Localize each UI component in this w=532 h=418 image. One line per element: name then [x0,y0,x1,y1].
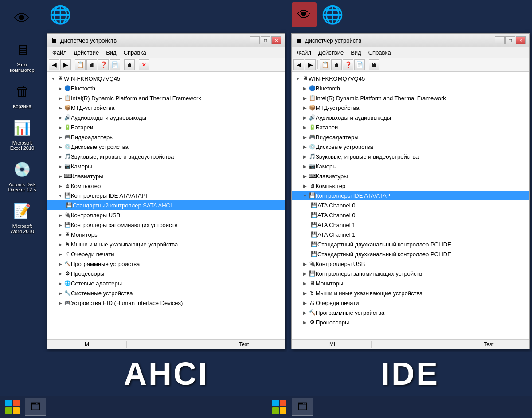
tree-keyboard-left[interactable]: ▶ ⌨ Клавиатуры [47,171,285,181]
tb-remove-left[interactable]: ✕ [139,59,149,70]
expand-computer-node-right[interactable]: ▶ [301,182,309,189]
tree-camera-right[interactable]: ▶ 📷 Камеры [292,161,529,171]
menu-action-left[interactable]: Действие [70,48,102,57]
chrome-icon-right[interactable]: 🌐 [320,2,345,27]
desktop-icon-acronis[interactable]: 💿 Acronis DiskDirector 12.5 [4,157,40,194]
desktop-icon-excel[interactable]: 📊 MicrosoftExcel 2010 [4,115,40,152]
expand-cpu-right[interactable]: ▶ [301,319,309,326]
tree-print-right[interactable]: ▶ 🖨 Очереди печати [292,298,529,308]
close-btn-left[interactable]: ✕ [271,36,281,44]
menu-action-right[interactable]: Действие [315,48,347,57]
tree-battery-left[interactable]: ▶ 🔋 Батареи [47,122,285,132]
tb-prop1-left[interactable]: 📋 [75,59,86,70]
tree-software-left[interactable]: ▶ 🔨 Программные устройства [47,259,285,269]
tree-audio-right[interactable]: ▶ 🔊 Аудиовходы и аудиовыходы [292,113,529,122]
close-btn-right[interactable]: ✕ [516,36,526,44]
tree-cpu-left[interactable]: ▶ ⚙ Процессоры [47,269,285,278]
expand-usb-right[interactable]: ▶ [301,260,309,267]
expand-print-right[interactable]: ▶ [301,299,309,306]
tree-camera-left[interactable]: ▶ 📷 Камеры [47,161,285,171]
tb-back-left[interactable]: ◀ [49,59,59,70]
desktop-icon-word[interactable]: 📝 MicrosoftWord 2010 [4,199,40,236]
tree-root-left[interactable]: ▼ 🖥 WIN-FKROMQ7VQ45 [47,74,285,83]
tree-mouse-left[interactable]: ▶ 🖱 Мыши и иные указывающие устройства [47,239,285,249]
expand-video-right[interactable]: ▶ [301,133,309,141]
tree-monitors-left[interactable]: ▶ 🖥 Мониторы [47,230,285,239]
tree-sound-right[interactable]: ▶ 🎵 Звуковые, игровые и видеоустройства [292,152,529,161]
tree-sound-left[interactable]: ▶ 🎵 Звуковые, игровые и видеоустройства [47,152,285,161]
tb-prop3-right[interactable]: 📄 [354,59,365,70]
expand-root-right[interactable]: ▼ [294,75,301,82]
tree-intel-right[interactable]: ▶ 📋 Intel(R) Dynamic Platform and Therma… [292,93,529,103]
tree-software-right[interactable]: ▶ 🔨 Программные устройства [292,308,529,317]
tree-monitors-right[interactable]: ▶ 🖥 Мониторы [292,278,529,288]
tree-battery-right[interactable]: ▶ 🔋 Батареи [292,122,529,132]
expand-camera-left[interactable]: ▶ [57,163,64,170]
tb-prop1-right[interactable]: 📋 [320,59,330,70]
expand-mtd-left[interactable]: ▶ [57,104,64,111]
expand-mouse-left[interactable]: ▶ [57,241,64,248]
menu-help-right[interactable]: Справка [365,48,395,57]
expand-audio-left[interactable]: ▶ [57,114,64,121]
expand-disk-right[interactable]: ▶ [301,143,309,150]
tree-pci1-right[interactable]: 💾 Стандартный двухканальный контроллер P… [292,239,529,249]
tree-ata0b-right[interactable]: 💾 ATA Channel 0 [292,210,529,220]
expand-software-right[interactable]: ▶ [301,309,309,316]
tree-mtd-left[interactable]: ▶ 📦 МТД-устройства [47,103,285,113]
expand-cpu-left[interactable]: ▶ [57,270,64,277]
expand-audio-right[interactable]: ▶ [301,114,309,121]
expand-monitors-right[interactable]: ▶ [301,280,309,287]
expand-keyboard-left[interactable]: ▶ [57,172,64,180]
tree-bluetooth-left[interactable]: ▶ 🔵 Bluetooth [47,83,285,93]
tree-cpu-right[interactable]: ▶ ⚙ Процессоры [292,317,529,327]
expand-system-left[interactable]: ▶ [57,289,64,297]
expand-usb-left[interactable]: ▶ [57,211,64,219]
tree-mouse-right[interactable]: ▶ 🖱 Мыши и иные указывающие устройства [292,288,529,298]
tree-bluetooth-right[interactable]: ▶ 🔵 Bluetooth [292,83,529,93]
tb-help-left[interactable]: ❓ [98,59,109,70]
start-button-right[interactable] [270,398,288,416]
tree-storage-right[interactable]: ▶ 💾 Контроллеры запоминающих устройств [292,269,529,278]
expand-network-left[interactable]: ▶ [57,280,64,287]
tree-ata1b-right[interactable]: 💾 ATA Channel 1 [292,230,529,239]
tree-ide-left[interactable]: ▼ 💾 Контроллеры IDE ATA/ATAPI [47,191,285,200]
expand-hid-left[interactable]: ▶ [57,299,64,306]
expand-print-left[interactable]: ▶ [57,250,64,258]
tree-audio-left[interactable]: ▶ 🔊 Аудиовходы и аудиовыходы [47,113,285,122]
tree-ide-right[interactable]: ▼ 💾 Контроллеры IDE ATA/ATAPI [292,191,529,200]
expand-bluetooth-right[interactable]: ▶ [301,85,309,92]
tb-prop2-right[interactable]: 🖥 [331,59,342,70]
menu-file-right[interactable]: Файл [293,48,315,57]
tb-scan-left[interactable]: 🖥 [124,59,135,70]
tb-back-right[interactable]: ◀ [293,59,304,70]
tree-pci2-right[interactable]: 💾 Стандартный двухканальный контроллер P… [292,249,529,259]
tree-root-right[interactable]: ▼ 🖥 WIN-FKROMQ7VQ45 [292,74,529,83]
taskbar-app-left[interactable]: 🗔 [25,398,46,416]
desktop-icon-recycle[interactable]: 🗑 Корзина [4,79,40,111]
expand-storage-left[interactable]: ▶ [57,221,64,228]
expand-root-left[interactable]: ▼ [50,75,57,82]
expand-monitors-left[interactable]: ▶ [57,231,64,238]
tree-intel-left[interactable]: ▶ 📋 Intel(R) Dynamic Platform and Therma… [47,93,285,103]
tree-hid-left[interactable]: ▶ 🎮 Устройства HID (Human Interface Devi… [47,298,285,308]
tb-forward-left[interactable]: ▶ [60,59,71,70]
tb-prop2-left[interactable]: 🖥 [86,59,97,70]
expand-computer-node-left[interactable]: ▶ [57,182,64,189]
tree-print-left[interactable]: ▶ 🖨 Очереди печати [47,249,285,259]
tb-help-right[interactable]: ❓ [343,59,353,70]
minimize-btn-left[interactable]: _ [250,36,260,44]
tree-system-left[interactable]: ▶ 🔧 Системные устройства [47,288,285,298]
tree-computer-node-right[interactable]: ▶ 🖥 Компьютер [292,181,529,191]
tree-ata0a-right[interactable]: 💾 ATA Channel 0 [292,200,529,210]
expand-ide-right[interactable]: ▼ [301,192,309,199]
expand-mouse-right[interactable]: ▶ [301,289,309,297]
expand-disk-left[interactable]: ▶ [57,143,64,150]
tree-sata-left[interactable]: 💾 Стандартный контроллер SATA AHCI [47,200,285,210]
tree-storage-left[interactable]: ▶ 💾 Контроллеры запоминающих устройств [47,220,285,230]
expand-software-left[interactable]: ▶ [57,260,64,267]
desktop-icon-computer[interactable]: 🖥 Этоткомпьютер [4,37,40,74]
maximize-btn-right[interactable]: □ [505,36,515,44]
tree-disk-left[interactable]: ▶ 💿 Дисковые устройства [47,142,285,152]
menu-help-left[interactable]: Справка [120,48,150,57]
spy-icon-right[interactable]: 👁 [292,2,317,27]
